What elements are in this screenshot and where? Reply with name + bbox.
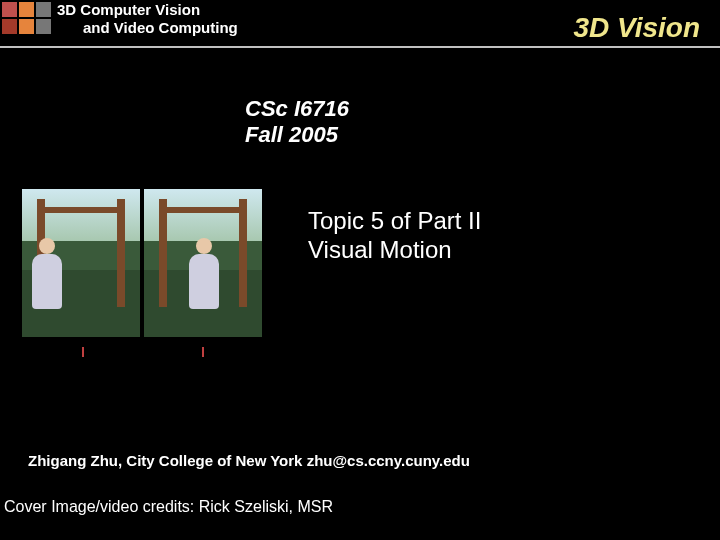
topic-line1: Topic 5 of Part II: [308, 207, 481, 236]
author-line: Zhigang Zhu, City College of New York zh…: [28, 452, 470, 469]
header-text: 3D Computer Vision and Video Computing: [57, 0, 573, 36]
timeline-ticks: [22, 347, 262, 353]
image-pair-wrap: [0, 189, 262, 353]
topic-block: Topic 5 of Part II Visual Motion: [308, 207, 481, 353]
brand-title: 3D Vision: [573, 0, 720, 44]
course-block: CSc I6716 Fall 2005: [245, 96, 720, 149]
topic-line2: Visual Motion: [308, 236, 481, 265]
swing-image-right: [144, 189, 262, 337]
logo-grid: [2, 2, 51, 34]
tick-mark: [202, 347, 204, 357]
logo-square: [36, 2, 51, 17]
logo-square: [19, 19, 34, 34]
swing-image-left: [22, 189, 140, 337]
logo-square: [2, 19, 17, 34]
logo-square: [36, 19, 51, 34]
course-term: Fall 2005: [245, 122, 720, 148]
logo-square: [19, 2, 34, 17]
course-code: CSc I6716: [245, 96, 720, 122]
logo-square: [2, 2, 17, 17]
header: 3D Computer Vision and Video Computing 3…: [0, 0, 720, 44]
header-underline: [0, 46, 720, 48]
image-pair: [22, 189, 262, 337]
content-row: Topic 5 of Part II Visual Motion: [0, 189, 720, 353]
tick-mark: [82, 347, 84, 357]
header-line2: and Video Computing: [57, 19, 573, 36]
header-line1: 3D Computer Vision: [57, 0, 573, 18]
credits-line: Cover Image/video credits: Rick Szeliski…: [4, 498, 333, 516]
